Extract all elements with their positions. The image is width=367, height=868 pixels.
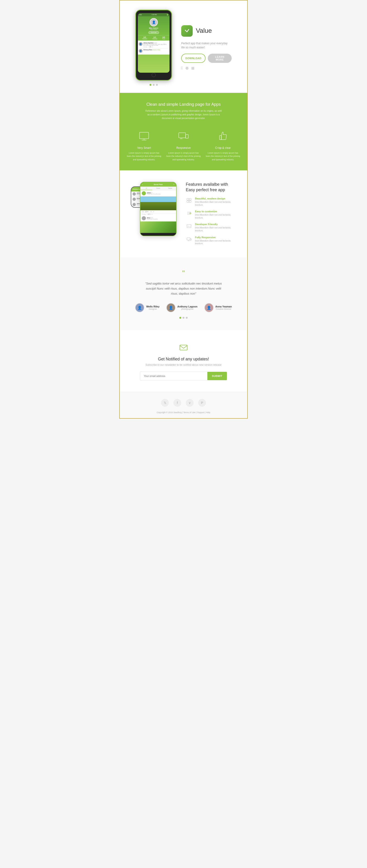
indicator-1[interactable] [150,84,151,86]
twitter-icon[interactable]: 𝕏 [161,399,169,407]
footer-links: Copyright © 2016 Seedbug | Terms of Use … [124,411,243,413]
author-dot-2[interactable] [183,317,184,319]
story-image-bird [141,221,176,233]
windows-icon[interactable]: ⊞ [191,66,194,70]
screenshots-title: Features availalbe with Easy perfect fre… [186,182,236,193]
story-image-mountain [141,196,176,210]
story-loc-jenny: 9 Haydn Hotel, Paris (2km) [147,218,158,220]
tab-all[interactable]: All [141,187,152,190]
tab-popular[interactable]: Popular [164,187,176,190]
like-count[interactable]: ♥ 13 [142,211,144,212]
hero-indicators [135,84,172,86]
story-loc: 9 Haydn Hotel, Paris (124m) 8min [147,193,160,195]
phone-status-bar: ●●● 4:20 PM 🔋 [138,13,170,16]
apple-icon[interactable]:  [181,66,183,70]
tab-recent[interactable]: Recent [152,187,164,190]
email-input[interactable] [140,372,207,380]
feature-responsive: Responsive Lorem Ipsum is simply ipsum h… [166,129,201,161]
screenshots-section: ☰ Activity Feed Johnny Superhero Duis te… [120,170,247,257]
screenshots-content: Features availalbe with Easy perfect fre… [186,182,236,249]
author-name-anna: Anna Yeaman [215,305,232,308]
screen-header: ≡ Social Feed + [141,182,176,187]
design-icon [186,197,192,204]
share-count[interactable]: ↗ 6 [150,211,152,212]
author-role-anna: Creative Director [215,308,232,310]
testimonial-authors: 👤 Wells Riley Designer 👤 Anthony Lagoon … [133,303,234,312]
features-section: Clean and simple Landing page for Apps R… [120,93,247,170]
avatar: 👤 [150,18,158,26]
app-icon [181,25,193,37]
svg-rect-4 [186,134,188,138]
app-feature-title-0: Beautiful, modern design [195,197,236,200]
hero-section: ●●● 4:20 PM 🔋 👤 Miss Natalie India, Kolk… [120,0,247,93]
feed-item: 👤 Johnny Superhero added Duis tempus, es… [139,41,169,49]
feature-name-1: Responsive [166,146,201,150]
story-timestamp: 1 min ago ♡ 13 💬 89 ↗ 6 [141,213,176,215]
learn-more-button[interactable]: LEARN MORE [208,54,232,63]
android-icon[interactable]: ⚙ [185,66,188,70]
app-feature-0: Beautiful, modern design Duis bibendum d… [186,197,236,206]
app-title: Value [196,27,212,34]
feature-name-2: Crisp & clear [206,146,240,150]
page-wrapper: ●●● 4:20 PM 🔋 👤 Miss Natalie India, Kolk… [119,0,248,418]
phone-outer: ●●● 4:20 PM 🔋 👤 Miss Natalie India, Kolk… [135,10,172,81]
download-button[interactable]: DOWNLOAD [181,54,206,63]
thumbsup-icon [216,129,230,143]
more-actions[interactable]: ••• [153,211,154,212]
phone-feed: 👤 Johnny Superhero added Duis tempus, es… [138,40,170,55]
author-dot-1[interactable] [179,317,181,319]
feed-content-2: Atrimanyu Rana shared a Video [143,49,169,53]
story-jenny: Jenny 8min 9 Haydn Hotel, Paris (2km) [141,215,176,221]
svg-rect-6 [219,135,221,140]
back-screen-title: ☰ Activity Feed [132,188,141,190]
monitor-icon [137,129,151,143]
app-description: Perfect app that makes your everyday lif… [181,41,232,50]
comment-count[interactable]: 💬 89 [146,211,148,212]
quote-text: "Sed sagittis tortor vel arcu sollicitud… [142,281,225,296]
copyright: Copyright © 2016 Seedbug | Terms of Use … [157,411,210,413]
svg-rect-19 [187,238,190,240]
app-feature-title-2: Developer Friendly [195,223,236,226]
svg-rect-0 [140,132,149,139]
home-button[interactable] [152,73,156,77]
author-dot-3[interactable] [186,317,188,319]
author-role-anthony: photographer [177,308,197,310]
signal: ●●● [139,14,142,16]
developer-icon [186,223,192,229]
screen-content: Juliette 17 9 Haydn Hotel, Paris (124m) … [141,190,176,233]
feature-desc-1: Lorem Ipsum is simply ipsum has been the… [166,151,201,161]
phone-profile: 👤 Miss Natalie India, Kolkata Edit Profi… [138,16,170,35]
features-subtitle: Reference site about Lorem Ipsum, giving… [145,109,222,120]
app-feature-2: Developer Friendly Duis bibendum diam no… [186,223,236,232]
author-avatar-anna: 👤 [204,303,214,312]
phone-location: India, Kolkata [150,29,157,30]
phone-home-indicator [138,73,170,77]
submit-button[interactable]: SUBMIT [207,372,227,380]
author-avatar-wells: 👤 [135,303,144,312]
battery: 🔋 [166,14,168,16]
app-feature-desc-3: Duis bibendum diam non erat facilarsis t… [195,239,236,245]
app-feature-desc-0: Duis bibendum diam non erat facilarsis t… [195,200,236,206]
edit-profile-button[interactable]: Edit Profile [148,31,159,34]
vimeo-icon[interactable]: v [186,399,193,407]
pinterest-icon[interactable]: P [198,399,206,407]
indicator-2[interactable] [153,84,155,86]
svg-rect-7 [187,198,189,200]
author-name-wells: Wells Riley [146,305,159,308]
facebook-icon[interactable]: f [174,399,181,407]
responsive-icon [177,129,190,143]
svg-point-14 [190,213,191,214]
phone-screen: ●●● 4:20 PM 🔋 👤 Miss Natalie India, Kolk… [138,13,170,73]
screen-tabs: All Recent Popular [141,187,176,190]
story-avatar-jenny [142,216,146,220]
author-wells-riley: 👤 Wells Riley Designer [135,303,159,312]
hero-content: Value Perfect app that makes your everyd… [181,25,232,70]
feature-crisp-clear: Crisp & clear Lorem Ipsum is simply ipsu… [206,129,240,161]
app-feature-1: Easy to customize Duis bibendum diam non… [186,210,236,219]
app-feature-3: Fully Responsive Duis bibendum diam non … [186,236,236,245]
back-avatar-2 [132,198,136,201]
phone-mockup: ●●● 4:20 PM 🔋 👤 Miss Natalie India, Kolk… [135,10,172,86]
author-avatar-anthony: 👤 [166,303,176,312]
screen-title: Social Feed [143,184,174,185]
indicator-3[interactable] [156,84,158,86]
